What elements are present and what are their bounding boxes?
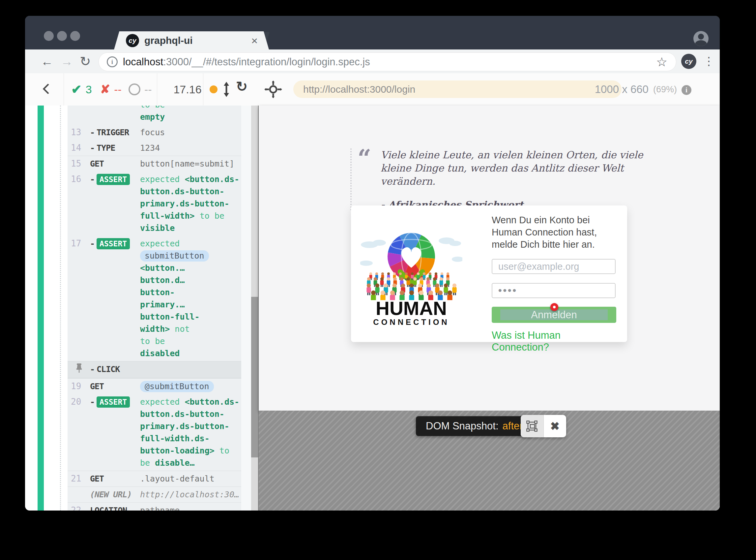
test-duration: 17.16 [163,73,212,105]
log-command-value: @submitButton [140,380,241,393]
stat-failed[interactable]: ✘ -- [100,73,122,105]
login-intro-text: Wenn Du ein Konto bei Human Connection h… [492,214,616,251]
alias-pill: @submitButton [140,381,214,392]
log-command-value: focus [140,126,241,139]
log-row-CLICK[interactable]: -CLICK [67,361,241,378]
cypress-toolbar: ✔ 3 ✘ -- -- 17.16 ↻ [25,73,720,106]
log-indent-line [60,105,61,511]
log-value-text: .layout-default [140,474,214,483]
command-log-panel[interactable]: to be empty13-TRIGGERfocus14-TYPE123415G… [67,105,241,511]
log-value-text: focus [140,128,165,137]
address-bar[interactable]: i localhost:3000/__/#/tests/integration/… [99,53,676,71]
failed-count: -- [114,83,122,96]
log-value-text: button[name=submit] [140,159,234,168]
app-url-field[interactable]: http://localhost:3000/login [293,80,622,98]
browser-navigation-bar: ← → ↻ i localhost:3000/__/#/tests/integr… [25,49,720,74]
tab-title: graphql-ui [144,35,193,46]
log-row-number: 21 [71,473,88,485]
quote-mark-icon: “ [358,146,371,170]
log-row-14[interactable]: 14-TYPE1234 [67,140,241,156]
snapshot-state: after [503,420,523,432]
email-input[interactable] [492,259,616,274]
back-icon[interactable]: ← [41,55,53,67]
viewport-info-icon[interactable]: i [681,85,691,95]
log-command-name: -TRIGGER [90,126,140,139]
log-row-number: 20 [71,396,88,408]
toggle-highlights-button[interactable] [521,415,544,437]
what-is-link[interactable]: Was ist Human Connection? [492,329,616,353]
log-row-(NEW URL)[interactable]: (NEW URL)http://localhost:30… [67,486,241,502]
rerun-tests-icon[interactable]: ↻ [236,79,248,95]
log-command-value: 1234 [140,142,241,154]
alias-pill: submitButton [140,250,209,262]
browser-titlebar: cy graphql-ui × [25,16,720,49]
log-row-number: 17 [71,237,88,249]
quote-block: “ Viele kleine Leute, an vielen kleinen … [350,148,708,211]
log-row-15[interactable]: 15GETbutton[name=submit] [67,156,241,172]
stat-passed[interactable]: ✔ 3 [71,73,92,105]
log-command-name: -CLICK [90,363,140,375]
tab-close-icon[interactable]: × [251,35,258,46]
log-value-text: empty [140,112,165,122]
log-command-name: -ASSERT [90,173,140,185]
log-row-19[interactable]: 19GET@submitButton [67,378,241,394]
close-snapshot-button[interactable]: ✖ [544,415,567,437]
stat-pending[interactable]: -- [128,73,152,105]
page-info-icon[interactable]: i [107,56,118,67]
log-row-cont-0[interactable]: to be empty [67,105,241,125]
log-value-text: expected [140,397,185,407]
log-command-name: -ASSERT [90,237,140,249]
log-command-name: GET [90,473,140,485]
profile-avatar-icon[interactable] [693,31,709,46]
log-row-21[interactable]: 21GET.layout-default [67,471,241,486]
viewport-size: 1000 x 660 [595,83,649,96]
viewport-info: 1000 x 660 (69%) [595,73,677,105]
toolbar-separator [64,73,64,105]
snapshot-controls: ✖ [521,415,566,437]
log-row-number: 13 [71,126,88,139]
log-row-22[interactable]: 22LOCATIONpathname [67,502,241,511]
cypress-extension-icon[interactable]: cy [681,54,696,69]
browser-tab[interactable]: cy graphql-ui × [114,31,269,49]
log-command-value: expected <button.ds-button.ds-button-pri… [140,173,241,234]
traffic-light-zoom[interactable] [70,31,80,41]
log-command-name: -TYPE [90,142,140,154]
scroll-updown-icon[interactable] [222,81,231,99]
browser-reload-icon[interactable]: ↻ [80,55,91,68]
selector-playground-icon[interactable] [264,80,282,100]
log-row-20[interactable]: 20-ASSERTexpected <button.ds-button.ds-b… [67,394,241,471]
log-row-number: 19 [71,380,88,393]
url-path: :3000/__/#/tests/integration/login/login… [163,56,370,67]
log-row-17[interactable]: 17-ASSERTexpected submitButton<button.… … [67,236,241,361]
browser-window: cy graphql-ui × ← → ↻ i localhost:3000/_… [25,16,720,511]
traffic-light-minimize[interactable] [57,31,67,41]
log-command-name: GET [90,158,140,170]
collapse-sidebar-icon[interactable] [43,83,54,94]
log-scrollbar-thumb[interactable] [251,297,258,457]
x-icon: ✘ [100,82,110,96]
pin-icon [71,363,88,376]
log-row-13[interactable]: 13-TRIGGERfocus [67,125,241,140]
log-command-value: to be empty [140,105,241,123]
url-host: localhost [123,56,163,67]
log-value-text: expected [140,175,185,184]
log-value-text: to be [140,105,165,109]
log-command-value: http://localhost:30… [140,488,241,501]
log-row-16[interactable]: 16-ASSERTexpected <button.ds-button.ds-b… [67,172,241,236]
app-preview-area: “ Viele kleine Leute, an vielen kleinen … [259,105,720,511]
log-value-text: 1234 [140,143,160,153]
log-command-value: expected submitButton<button.… button.d…… [140,237,241,359]
check-icon: ✔ [71,82,82,97]
url-text: localhost:3000/__/#/tests/integration/lo… [123,56,370,68]
bookmark-star-icon[interactable]: ☆ [656,55,667,69]
assert-badge: ASSERT [97,396,130,408]
browser-menu-icon[interactable]: ⋮ [703,54,714,69]
traffic-light-close[interactable] [44,31,54,41]
password-input[interactable]: •••• [492,283,616,298]
assert-badge: ASSERT [97,238,130,249]
log-scrollbar[interactable] [251,105,258,511]
desktop-background: cy graphql-ui × ← → ↻ i localhost:3000/_… [0,0,756,560]
auto-scroll-indicator[interactable] [210,85,217,93]
log-command-name: LOCATION [90,504,140,511]
close-icon: ✖ [550,420,560,433]
